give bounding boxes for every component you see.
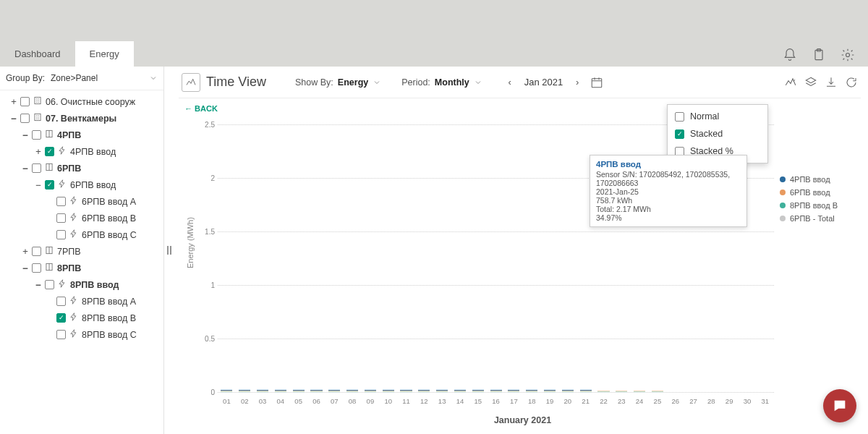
bell-icon[interactable] <box>783 48 797 62</box>
bar-column[interactable]: 08 <box>344 390 362 392</box>
tree-checkbox[interactable] <box>32 263 41 273</box>
x-tick: 01 <box>223 397 231 405</box>
tree-item-label: 8РПВ <box>57 263 81 273</box>
layers-icon[interactable] <box>804 76 817 89</box>
group-by-select[interactable]: Zone>Panel <box>49 71 145 85</box>
bar-column[interactable]: 05 <box>289 390 307 392</box>
tree-item-label: 8РПВ ввод C <box>82 330 137 340</box>
period-prev[interactable]: ‹ <box>504 77 516 88</box>
bar-column[interactable]: 04 <box>271 390 289 392</box>
tree-checkbox[interactable] <box>56 230 66 239</box>
bar-column[interactable]: 09 <box>362 390 380 392</box>
tree-toggle[interactable]: − <box>22 263 29 273</box>
legend-item[interactable]: 6РПВ ввод <box>780 188 861 197</box>
legend-label: 4РПВ ввод <box>790 175 830 184</box>
bar-column[interactable]: 07 <box>326 390 344 392</box>
bar-column[interactable]: 20 <box>558 390 576 392</box>
tree-checkbox[interactable] <box>45 147 54 156</box>
download-icon[interactable] <box>825 76 838 89</box>
tree-checkbox[interactable] <box>20 114 30 123</box>
tree-item[interactable]: − 6РПВ <box>0 160 163 176</box>
chevron-down-icon[interactable] <box>149 74 158 82</box>
tree-checkbox[interactable] <box>56 197 66 206</box>
bar-column[interactable]: 12 <box>415 390 433 392</box>
x-tick: 31 <box>761 397 769 405</box>
tree-item[interactable]: 6РПВ ввод B <box>0 210 163 226</box>
tree-toggle[interactable]: + <box>35 146 42 157</box>
tree-toggle[interactable]: + <box>22 246 29 257</box>
tree-item[interactable]: − 4РПВ <box>0 127 163 143</box>
tree-toggle[interactable]: − <box>35 279 42 290</box>
dropdown-checkbox[interactable] <box>675 129 684 139</box>
tree-item[interactable]: − 07. Венткамеры <box>0 110 163 127</box>
tree-item[interactable]: − 6РПВ ввод <box>0 176 163 193</box>
tree-checkbox[interactable] <box>56 313 66 323</box>
tree-item[interactable]: − 8РПВ ввод <box>0 276 163 293</box>
bar-column[interactable]: 14 <box>451 390 469 392</box>
bar-column[interactable]: 24 <box>631 391 649 392</box>
legend: 4РПВ ввод6РПВ ввод8РПВ ввод B6РПВ - Tota… <box>780 175 861 223</box>
bar-column[interactable]: 03 <box>254 390 272 392</box>
tree-item[interactable]: 6РПВ ввод A <box>0 193 163 210</box>
tree-checkbox[interactable] <box>20 97 30 106</box>
bar-column[interactable]: 01 <box>218 390 236 392</box>
refresh-icon[interactable] <box>845 76 858 89</box>
tab-energy[interactable]: Energy <box>75 41 134 67</box>
tree-checkbox[interactable] <box>32 163 41 173</box>
bar-column[interactable]: 06 <box>307 390 326 392</box>
bar-column[interactable]: 16 <box>487 390 505 392</box>
tree-checkbox[interactable] <box>56 330 66 339</box>
tree-toggle[interactable]: − <box>22 163 29 174</box>
chat-button[interactable] <box>823 389 856 422</box>
bolt-icon <box>69 229 79 241</box>
clipboard-icon[interactable] <box>812 48 826 62</box>
legend-item[interactable]: 8РПВ ввод B <box>780 201 861 210</box>
bar-column[interactable]: 18 <box>523 390 541 392</box>
bar-column[interactable]: 15 <box>469 390 487 392</box>
bar-column[interactable]: 11 <box>397 390 415 392</box>
tree-item[interactable]: 8РПВ ввод B <box>0 310 163 326</box>
tree-item[interactable]: − 8РПВ <box>0 260 163 276</box>
tree-checkbox[interactable] <box>56 297 66 306</box>
tab-dashboard[interactable]: Dashboard <box>0 41 75 67</box>
tree-toggle[interactable]: − <box>35 179 42 190</box>
bar-column[interactable]: 13 <box>433 390 451 392</box>
dropdown-checkbox[interactable] <box>675 112 684 122</box>
period-select[interactable]: Period: Monthly <box>401 77 482 88</box>
x-tick: 22 <box>600 397 608 405</box>
tree-toggle[interactable]: − <box>22 129 29 140</box>
gear-icon[interactable] <box>841 48 855 62</box>
bar-column[interactable]: 21 <box>576 390 595 392</box>
bar-column[interactable]: 23 <box>613 391 631 392</box>
bar-column[interactable]: 22 <box>595 391 613 392</box>
legend-item[interactable]: 6РПВ - Total <box>780 214 861 223</box>
tree-checkbox[interactable] <box>45 180 54 190</box>
chart-type-icon[interactable] <box>784 76 797 89</box>
tree-toggle[interactable]: + <box>10 96 17 107</box>
tree-checkbox[interactable] <box>56 213 66 223</box>
tree-item[interactable]: + 7РПВ <box>0 243 163 260</box>
period-next[interactable]: › <box>571 77 583 88</box>
tree-item-label: 6РПВ ввод A <box>82 197 136 207</box>
bar-column[interactable]: 17 <box>505 390 523 392</box>
dropdown-item[interactable]: Stacked <box>668 125 767 142</box>
calendar-icon[interactable] <box>590 76 603 89</box>
tree-toggle[interactable]: − <box>10 113 17 124</box>
tree-item[interactable]: + 06. Очистные сооруж <box>0 93 163 110</box>
bar-column[interactable]: 19 <box>541 390 559 392</box>
tree-checkbox[interactable] <box>32 130 41 140</box>
tree-item[interactable]: 8РПВ ввод C <box>0 326 163 343</box>
bar-column[interactable]: 02 <box>236 390 254 392</box>
legend-item[interactable]: 4РПВ ввод <box>780 175 861 184</box>
bar-segment <box>418 391 430 392</box>
dropdown-item[interactable]: Normal <box>668 108 767 125</box>
bar-column[interactable]: 10 <box>379 390 397 392</box>
tree-checkbox[interactable] <box>45 280 54 289</box>
bar-column[interactable]: 25 <box>649 391 667 392</box>
tree-item[interactable]: 8РПВ ввод A <box>0 293 163 310</box>
tree-item[interactable]: + 4РПВ ввод <box>0 143 163 160</box>
tree-checkbox[interactable] <box>32 247 41 256</box>
sidebar-collapse-handle[interactable] <box>164 243 174 258</box>
show-by-select[interactable]: Show By: Energy <box>295 77 381 88</box>
tree-item[interactable]: 6РПВ ввод C <box>0 226 163 243</box>
